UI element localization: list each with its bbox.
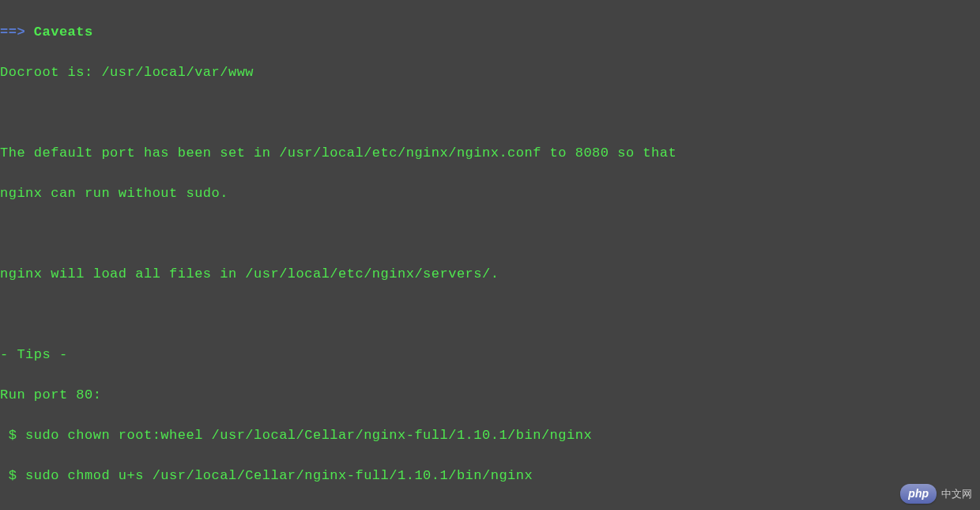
watermark: php 中文网 — [900, 484, 972, 504]
tips-header: - Tips - — [0, 345, 980, 365]
blank-line — [0, 304, 980, 325]
run-port-line: Run port 80: — [0, 385, 980, 406]
blank-line — [0, 103, 980, 123]
reload-config-line: Reload config: — [0, 506, 980, 511]
watermark-text: 中文网 — [941, 486, 972, 502]
sudo-chmod-line: $ sudo chmod u+s /usr/local/Cellar/nginx… — [0, 466, 980, 486]
docroot-line: Docroot is: /usr/local/var/www — [0, 62, 980, 83]
terminal-output[interactable]: ==> Caveats Docroot is: /usr/local/var/w… — [0, 2, 980, 510]
default-port-line: The default port has been set in /usr/lo… — [0, 143, 980, 164]
arrow-indicator: ==> — [0, 25, 25, 40]
php-badge-icon: php — [900, 484, 937, 504]
nginx-load-line: nginx will load all files in /usr/local/… — [0, 264, 980, 285]
caveats-header: Caveats — [25, 25, 93, 40]
blank-line — [0, 224, 980, 244]
sudo-chown-line: $ sudo chown root:wheel /usr/local/Cella… — [0, 425, 980, 446]
nginx-sudo-line: nginx can run without sudo. — [0, 183, 980, 204]
